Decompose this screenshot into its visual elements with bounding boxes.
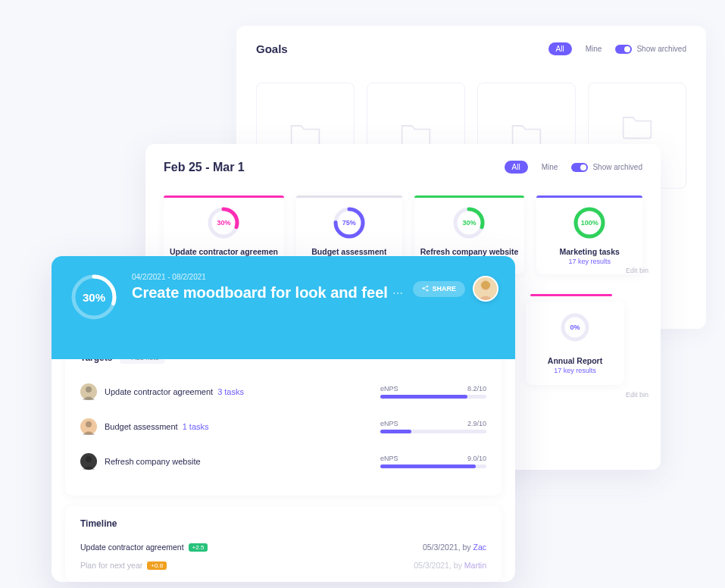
edit-hint[interactable]: Edit bin [626, 267, 648, 274]
targets-section: Targets + Add note Update contractor agr… [65, 338, 502, 496]
progress-donut: 30% [452, 206, 486, 239]
score-bar [380, 464, 486, 468]
assignee-avatar[interactable] [80, 418, 97, 435]
goal-card[interactable]: 100% Marketing tasks 17 key results [536, 195, 642, 274]
edit-hint[interactable]: Edit bin [626, 391, 648, 399]
timeline-meta: 05/3/2021, by Martin [414, 561, 486, 570]
targets-list: Update contractor agreement 3 tasks eNPS… [80, 374, 486, 479]
target-name[interactable]: Refresh company website [105, 457, 373, 466]
progress-pct: 30% [217, 219, 230, 227]
delta-tag: +0.8 [147, 561, 167, 570]
timeline-section: Timeline Update contractor agreement +2.… [65, 506, 502, 582]
accent-bar [296, 195, 402, 198]
score-bar [380, 395, 486, 399]
folder-icon [620, 111, 654, 143]
svg-point-18 [86, 421, 92, 427]
progress-pct: 100% [581, 219, 598, 227]
card-title: Refresh company website [420, 247, 519, 256]
timeline-meta: 05/3/2021, by Zac [423, 543, 486, 552]
task-count-link[interactable]: 1 tasks [183, 422, 209, 431]
timeline-row: Plan for next year +0.8 05/3/2021, by Ma… [80, 556, 486, 574]
progress-donut: 0% [560, 312, 590, 342]
progress-donut: 100% [573, 206, 606, 239]
card-title: Annual Report [548, 356, 602, 365]
divider-bar [530, 294, 612, 296]
target-name[interactable]: Update contractor agreement 3 tasks [105, 387, 373, 396]
goal-card-annual-report[interactable]: 0% Annual Report 17 key results [526, 302, 624, 385]
score-fill [380, 395, 467, 399]
score-cell: eNPS 9.0/10 [380, 455, 486, 468]
show-archived-toggle[interactable]: Show archived [615, 45, 686, 54]
timeline-item-title[interactable]: Update contractor agreement [80, 543, 184, 552]
svg-point-17 [86, 386, 92, 393]
score-fill [380, 464, 476, 468]
author-link[interactable]: Martin [464, 561, 486, 570]
timeline-label: Timeline [80, 518, 486, 529]
goals-filters: All Mine Show archived [548, 42, 686, 55]
filter-mine-button[interactable]: Mine [534, 161, 566, 174]
score-bar [380, 430, 486, 433]
timeline-item-title[interactable]: Plan for next year [80, 561, 142, 570]
show-archived-toggle[interactable]: Show archived [571, 163, 642, 172]
detail-panel: 30% 04/2/2021 - 08/2/2021 Create moodboa… [52, 256, 515, 582]
share-icon [422, 285, 429, 293]
target-row: Refresh company website eNPS 9.0/10 [80, 444, 486, 479]
show-archived-label: Show archived [592, 163, 642, 171]
timeline-row: Update contractor agreement +2.5 05/3/20… [80, 538, 486, 556]
score-value: 2.9/10 [467, 420, 486, 427]
accent-bar [536, 195, 642, 198]
detail-header-text: 04/2/2021 - 08/2/2021 Create moodboard f… [132, 273, 403, 302]
toggle-switch-icon [615, 45, 632, 54]
date-range: 04/2/2021 - 08/2/2021 [132, 273, 403, 281]
delta-tag: +2.5 [189, 543, 208, 552]
target-row: Update contractor agreement 3 tasks eNPS… [80, 374, 486, 409]
target-row: Budget assessment 1 tasks eNPS 2.9/10 [80, 409, 486, 444]
share-button[interactable]: SHARE [413, 281, 465, 297]
score-value: 9.0/10 [467, 455, 486, 462]
metric-label: eNPS [380, 385, 398, 393]
svg-point-19 [86, 456, 92, 462]
timeline-list: Update contractor agreement +2.5 05/3/20… [80, 538, 486, 574]
week-filters: All Mine Show archived [505, 161, 642, 174]
metric-label: eNPS [380, 420, 398, 427]
card-meta[interactable]: 17 key results [554, 367, 596, 374]
header-actions: SHARE [413, 276, 498, 302]
assignee-avatar[interactable] [80, 453, 97, 470]
filter-all-button[interactable]: All [505, 161, 528, 174]
author-link[interactable]: Zac [473, 543, 486, 552]
metric-label: eNPS [380, 455, 398, 462]
score-cell: eNPS 8.2/10 [380, 385, 486, 399]
accent-bar [164, 195, 284, 198]
toggle-switch-icon [571, 163, 588, 172]
score-value: 8.2/10 [467, 385, 486, 393]
progress-pct: 30% [83, 291, 105, 304]
card-meta[interactable]: 17 key results [568, 258, 611, 265]
card-title: Budget assessment [311, 247, 386, 256]
card-title: Marketing tasks [559, 247, 619, 256]
progress-pct: 30% [462, 219, 476, 227]
progress-donut: 30% [70, 273, 118, 321]
detail-header: 30% 04/2/2021 - 08/2/2021 Create moodboa… [52, 256, 515, 359]
card-title: Update contractor agreemen [170, 247, 278, 256]
share-label: SHARE [432, 285, 456, 292]
owner-avatar[interactable] [473, 276, 498, 302]
filter-mine-button[interactable]: Mine [578, 42, 610, 55]
task-count-link[interactable]: 3 tasks [217, 387, 244, 396]
show-archived-label: Show archived [636, 45, 686, 53]
assignee-avatar[interactable] [80, 383, 97, 400]
filter-all-button[interactable]: All [548, 42, 572, 55]
score-cell: eNPS 2.9/10 [380, 420, 486, 433]
accent-bar [414, 195, 525, 198]
target-name[interactable]: Budget assessment 1 tasks [105, 422, 373, 431]
more-icon[interactable]: ⋯ [392, 287, 403, 299]
progress-donut: 30% [207, 206, 240, 239]
detail-title: Create moodboard for look and feel [132, 284, 388, 302]
progress-pct: 0% [570, 324, 580, 331]
progress-donut: 75% [333, 206, 366, 239]
score-fill [380, 430, 411, 433]
progress-pct: 75% [342, 219, 356, 227]
